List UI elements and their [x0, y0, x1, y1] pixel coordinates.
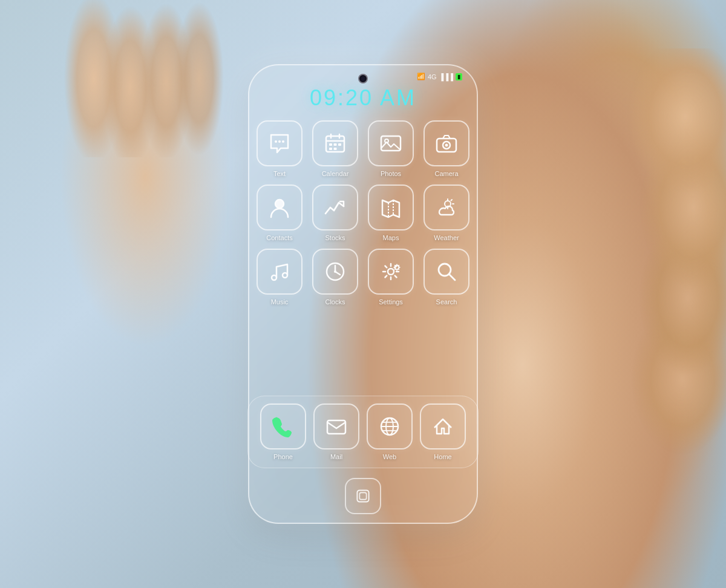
app-contacts[interactable]: Contacts — [255, 185, 304, 241]
status-bar: 📶 4G ▐▐▐ ▮ — [249, 65, 477, 83]
app-music[interactable]: Music — [255, 249, 304, 305]
app-contacts-label: Contacts — [266, 234, 292, 241]
dock-mail[interactable]: Mail — [313, 403, 359, 460]
svg-point-18 — [275, 200, 284, 208]
svg-point-16 — [445, 144, 448, 147]
status-right: 📶 4G ▐▐▐ ▮ — [417, 73, 462, 80]
app-clocks-label: Clocks — [325, 298, 345, 305]
dock-web-box[interactable] — [367, 403, 413, 449]
app-stocks[interactable]: Stocks — [311, 185, 359, 241]
app-grid-row1: Text Calendar — [246, 120, 480, 305]
app-music-box[interactable] — [257, 249, 302, 295]
app-text[interactable]: Text — [255, 120, 304, 177]
home-icon — [431, 414, 455, 439]
app-settings[interactable]: Settings — [367, 249, 415, 305]
svg-rect-7 — [329, 143, 332, 146]
svg-rect-11 — [334, 148, 337, 150]
app-settings-label: Settings — [379, 298, 403, 305]
app-text-box[interactable] — [257, 120, 302, 166]
dock-mail-label: Mail — [330, 453, 342, 460]
maps-icon — [379, 195, 403, 220]
signal-icon: ▐▐▐ — [439, 73, 453, 80]
app-search-label: Search — [436, 298, 457, 305]
clocks-icon — [323, 260, 347, 284]
battery-icon: ▮ — [456, 73, 462, 80]
svg-point-1 — [278, 140, 281, 143]
app-maps[interactable]: Maps — [367, 185, 415, 241]
svg-point-0 — [275, 140, 277, 143]
svg-rect-43 — [359, 492, 366, 499]
app-search[interactable]: Search — [422, 249, 471, 305]
app-maps-box[interactable] — [368, 185, 414, 230]
settings-icon — [379, 260, 403, 284]
stocks-icon — [323, 195, 347, 220]
dock-home-box[interactable] — [420, 403, 466, 449]
app-weather-box[interactable] — [424, 185, 469, 230]
app-photos[interactable]: Photos — [367, 120, 415, 177]
web-icon — [378, 414, 402, 439]
app-calendar-label: Calendar — [322, 170, 349, 177]
camera-icon — [434, 131, 459, 155]
home-button[interactable] — [345, 478, 381, 514]
app-music-label: Music — [271, 298, 289, 305]
lte-label: 4G — [428, 73, 437, 80]
app-camera[interactable]: Camera — [422, 120, 471, 177]
svg-line-25 — [451, 200, 453, 201]
app-camera-box[interactable] — [424, 120, 469, 166]
phone-wrapper: 📶 4G ▐▐▐ ▮ 09:20 AM Text — [248, 64, 478, 524]
svg-point-27 — [283, 273, 287, 278]
calendar-icon — [323, 131, 347, 155]
app-camera-label: Camera — [434, 170, 458, 177]
text-icon — [267, 131, 292, 155]
app-photos-label: Photos — [381, 170, 401, 177]
svg-rect-12 — [381, 136, 401, 151]
app-clocks[interactable]: Clocks — [311, 249, 359, 305]
svg-rect-10 — [329, 148, 332, 150]
app-settings-box[interactable] — [368, 249, 414, 295]
app-photos-box[interactable] — [368, 120, 414, 166]
svg-line-35 — [449, 274, 455, 280]
dock-phone[interactable]: Phone — [260, 403, 306, 460]
svg-point-32 — [388, 269, 394, 275]
svg-point-31 — [334, 270, 336, 273]
app-calendar-box[interactable] — [312, 120, 358, 166]
svg-rect-9 — [338, 143, 341, 146]
dock-mail-box[interactable] — [313, 403, 359, 449]
svg-point-26 — [272, 275, 276, 280]
app-maps-label: Maps — [383, 234, 399, 241]
dock-phone-label: Phone — [273, 453, 293, 460]
dock: Phone Mail — [247, 396, 479, 468]
music-icon — [267, 260, 292, 284]
time-display: 09:20 AM — [310, 85, 416, 111]
phone-icon — [271, 414, 295, 439]
dock-web[interactable]: Web — [367, 403, 413, 460]
weather-icon — [434, 195, 459, 220]
app-text-label: Text — [273, 170, 286, 177]
app-stocks-box[interactable] — [312, 185, 358, 230]
app-clocks-box[interactable] — [312, 249, 358, 295]
svg-rect-36 — [327, 420, 345, 434]
wifi-icon: 📶 — [417, 73, 425, 80]
svg-rect-42 — [357, 490, 368, 501]
photos-icon — [379, 131, 403, 155]
phone: 📶 4G ▐▐▐ ▮ 09:20 AM Text — [248, 64, 478, 524]
contacts-icon — [267, 195, 292, 220]
svg-point-2 — [282, 140, 284, 143]
search-icon — [434, 260, 459, 284]
app-search-box[interactable] — [424, 249, 469, 295]
mail-icon — [324, 414, 348, 439]
dock-phone-box[interactable] — [260, 403, 306, 449]
app-contacts-box[interactable] — [257, 185, 302, 230]
home-button-icon — [353, 486, 373, 506]
dock-web-label: Web — [383, 453, 396, 460]
app-weather[interactable]: Weather — [422, 185, 471, 241]
dock-home-label: Home — [434, 453, 451, 460]
dock-home[interactable]: Home — [420, 403, 466, 460]
camera-dot — [358, 74, 368, 83]
app-stocks-label: Stocks — [325, 234, 345, 241]
app-calendar[interactable]: Calendar — [311, 120, 359, 177]
svg-rect-8 — [334, 143, 337, 146]
app-weather-label: Weather — [434, 234, 459, 241]
